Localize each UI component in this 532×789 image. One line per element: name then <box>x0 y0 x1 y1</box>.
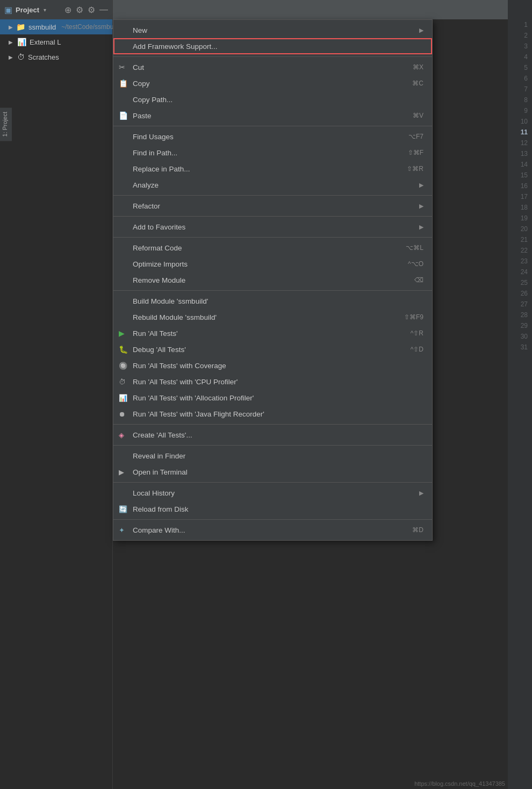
menu-item-reveal-finder[interactable]: Reveal in Finder <box>113 448 432 464</box>
line-number-11: 11 <box>508 127 532 138</box>
allocation-profiler-icon: 📊 <box>119 394 127 402</box>
reload-icon: 🔄 <box>119 505 127 513</box>
line-number-8: 8 <box>508 95 532 105</box>
menu-item-run-coverage[interactable]: 🔘 Run 'All Tests' with Coverage <box>113 357 432 374</box>
menu-item-debug-all-tests[interactable]: 🐛 Debug 'All Tests' ^⇧D <box>113 341 432 357</box>
line-number-1: 1 <box>508 19 532 30</box>
line-number-26: 26 <box>508 288 532 299</box>
coverage-icon: 🔘 <box>119 362 127 370</box>
menu-section-7: Build Module 'ssmbuild' Rebuild Module '… <box>113 291 432 425</box>
menu-item-optimize-imports[interactable]: Optimize Imports ^⌥O <box>113 256 432 272</box>
menu-item-run-cpu-profiler[interactable]: ⏱ Run 'All Tests' with 'CPU Profiler' <box>113 374 432 390</box>
remove-module-label: Remove Module <box>133 276 414 284</box>
sidebar-title: Project <box>16 6 39 14</box>
local-history-arrow: ▶ <box>419 490 423 497</box>
menu-item-run-flight-recorder[interactable]: ⏺ Run 'All Tests' with 'Java Flight Reco… <box>113 406 432 422</box>
minimize-icon[interactable]: — <box>99 5 108 15</box>
add-favorites-label: Add to Favorites <box>133 223 419 231</box>
reveal-finder-label: Reveal in Finder <box>133 452 423 460</box>
menu-section-3: Find Usages ⌥F7 Find in Path... ⇧⌘F Repl… <box>113 126 432 196</box>
menu-item-rebuild-module[interactable]: Rebuild Module 'ssmbuild' ⇧⌘F9 <box>113 309 432 325</box>
line-number-21: 21 <box>508 234 532 245</box>
sidebar-item-scratches[interactable]: ▶ ⏱ Scratches <box>0 49 112 64</box>
analyze-arrow: ▶ <box>419 182 423 189</box>
sidebar-item-ssmbuild[interactable]: ▶ 📁 ssmbuild ~/testCode/ssmbuild <box>0 19 112 34</box>
line-number-20: 20 <box>508 224 532 234</box>
find-usages-label: Find Usages <box>133 133 408 141</box>
menu-item-reformat[interactable]: Reformat Code ⌥⌘L <box>113 240 432 256</box>
run-flight-recorder-label: Run 'All Tests' with 'Java Flight Record… <box>133 410 423 418</box>
sidebar-item-external[interactable]: ▶ 📊 External L <box>0 34 112 49</box>
reload-disk-label: Reload from Disk <box>133 505 423 513</box>
gear-icon[interactable]: ⚙ <box>88 5 95 15</box>
line-number-13: 13 <box>508 148 532 159</box>
expand-arrow-external: ▶ <box>9 39 14 45</box>
cpu-profiler-icon: ⏱ <box>119 378 126 386</box>
menu-item-cut[interactable]: ✂ Cut ⌘X <box>113 59 432 75</box>
line-number-4: 4 <box>508 52 532 62</box>
reformat-shortcut: ⌥⌘L <box>406 244 423 252</box>
menu-item-add-favorites[interactable]: Add to Favorites ▶ <box>113 219 432 235</box>
line-number-28: 28 <box>508 310 532 320</box>
line-number-30: 30 <box>508 331 532 342</box>
expand-arrow-scratches: ▶ <box>9 54 14 60</box>
settings-icon-small[interactable]: ⚙ <box>76 5 83 15</box>
menu-section-5: Add to Favorites ▶ <box>113 217 432 238</box>
menu-item-find-usages[interactable]: Find Usages ⌥F7 <box>113 128 432 145</box>
menu-section-11: ✦ Compare With... ⌘D <box>113 520 432 540</box>
menu-item-find-in-path[interactable]: Find in Path... ⇧⌘F <box>113 145 432 161</box>
menu-item-analyze[interactable]: Analyze ▶ <box>113 177 432 193</box>
menu-section-1: New ▶ Add Framework Support... <box>113 20 432 57</box>
menu-item-open-terminal[interactable]: ▶ Open in Terminal <box>113 464 432 480</box>
debug-icon: 🐛 <box>119 345 128 354</box>
menu-item-create-all-tests[interactable]: ◈ Create 'All Tests'... <box>113 427 432 443</box>
add-icon[interactable]: ⊕ <box>64 5 71 15</box>
menu-item-replace-in-path[interactable]: Replace in Path... ⇧⌘R <box>113 161 432 177</box>
menu-section-4: Refactor ▶ <box>113 196 432 217</box>
scratches-icon: ⏱ <box>17 53 25 61</box>
paste-shortcut: ⌘V <box>413 112 423 119</box>
local-history-label: Local History <box>133 489 419 497</box>
menu-item-run-allocation-profiler[interactable]: 📊 Run 'All Tests' with 'Allocation Profi… <box>113 390 432 406</box>
optimize-imports-label: Optimize Imports <box>133 260 408 268</box>
menu-item-reload-disk[interactable]: 🔄 Reload from Disk <box>113 501 432 517</box>
line-number-19: 19 <box>508 213 532 224</box>
menu-item-add-framework[interactable]: Add Framework Support... <box>113 38 432 54</box>
find-usages-shortcut: ⌥F7 <box>408 133 423 140</box>
menu-section-9: Reveal in Finder ▶ Open in Terminal <box>113 446 432 483</box>
menu-item-copy[interactable]: 📋 Copy ⌘C <box>113 75 432 91</box>
menu-item-local-history[interactable]: Local History ▶ <box>113 485 432 501</box>
run-all-tests-label: Run 'All Tests' <box>133 329 411 338</box>
menu-item-compare-with[interactable]: ✦ Compare With... ⌘D <box>113 522 432 538</box>
ssmbuild-path: ~/testCode/ssmbuild <box>61 23 120 31</box>
favorites-arrow: ▶ <box>419 224 423 231</box>
create-all-tests-label: Create 'All Tests'... <box>133 431 423 439</box>
line-number-16: 16 <box>508 181 532 191</box>
line-number-23: 23 <box>508 256 532 267</box>
context-menu: New ▶ Add Framework Support... ✂ Cut ⌘X … <box>113 19 433 541</box>
build-module-label: Build Module 'ssmbuild' <box>133 297 423 305</box>
project-vertical-tab[interactable]: 1: Project <box>0 107 12 141</box>
menu-section-8: ◈ Create 'All Tests'... <box>113 425 432 446</box>
line-number-12: 12 <box>508 138 532 148</box>
flight-recorder-icon: ⏺ <box>119 410 126 418</box>
sidebar-dropdown-arrow[interactable]: ▾ <box>44 7 46 13</box>
reformat-label: Reformat Code <box>133 244 406 252</box>
menu-item-refactor[interactable]: Refactor ▶ <box>113 198 432 214</box>
run-icon: ▶ <box>119 329 125 338</box>
run-coverage-label: Run 'All Tests' with Coverage <box>133 362 423 370</box>
optimize-imports-shortcut: ^⌥O <box>408 260 423 268</box>
paste-icon: 📄 <box>119 111 128 120</box>
menu-item-remove-module[interactable]: Remove Module ⌫ <box>113 272 432 288</box>
line-number-24: 24 <box>508 267 532 277</box>
scratches-label: Scratches <box>28 53 59 61</box>
menu-item-copy-path[interactable]: Copy Path... <box>113 91 432 107</box>
open-terminal-label: Open in Terminal <box>133 468 423 476</box>
menu-section-10: Local History ▶ 🔄 Reload from Disk <box>113 483 432 520</box>
menu-item-new[interactable]: New ▶ <box>113 22 432 38</box>
cut-icon: ✂ <box>119 63 125 71</box>
menu-item-build-module[interactable]: Build Module 'ssmbuild' <box>113 293 432 309</box>
menu-item-paste[interactable]: 📄 Paste ⌘V <box>113 107 432 124</box>
menu-item-run-all-tests[interactable]: ▶ Run 'All Tests' ^⇧R <box>113 325 432 341</box>
remove-module-shortcut: ⌫ <box>414 276 423 284</box>
